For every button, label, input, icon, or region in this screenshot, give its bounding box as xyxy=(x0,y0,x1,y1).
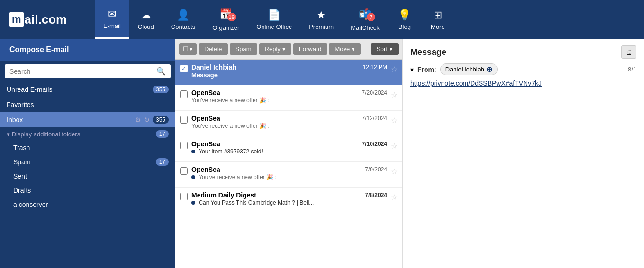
email-date-2: 7/20/2024 xyxy=(362,89,387,96)
unread-dot-4 xyxy=(191,150,195,153)
star-icon-4[interactable]: ☆ xyxy=(391,142,398,151)
star-icon-6[interactable]: ☆ xyxy=(391,193,398,202)
select-checkbox-button[interactable]: ☐ ▾ xyxy=(179,43,197,55)
nav-label-organizer: Organizer xyxy=(212,24,239,31)
email-checkbox-1[interactable]: ✓ xyxy=(180,65,188,72)
spam-label: Spam xyxy=(13,158,31,166)
message-title: Message xyxy=(410,47,446,57)
sidebar-item-sent[interactable]: Sent xyxy=(0,169,175,183)
search-icon[interactable]: 🔍 xyxy=(156,67,166,76)
sent-label: Sent xyxy=(13,172,27,180)
nav-item-more[interactable]: ⊞ More xyxy=(421,0,454,39)
sort-label: Sort xyxy=(376,45,388,53)
message-header: Message 🖨 xyxy=(410,45,636,59)
email-row-3[interactable]: OpenSea 7/12/2024 You've receive a new o… xyxy=(175,111,402,136)
select-chevron-icon: ▾ xyxy=(190,45,193,53)
nav-item-organizer[interactable]: 📅 19 Organizer xyxy=(204,0,248,39)
sidebar-additional-folders[interactable]: ▾ Display additional folders 17 xyxy=(0,127,175,141)
email-preview-3: You've receive a new offer 🎉 : xyxy=(191,123,387,129)
email-body-5: OpenSea 7/9/2024 You've receive a new of… xyxy=(191,166,387,180)
add-contact-icon[interactable]: ⊕ xyxy=(486,65,492,74)
message-link[interactable]: https://privnote.com/DdSSBPwX#afTVNv7kJ xyxy=(410,80,542,87)
refresh-icon[interactable]: ↻ xyxy=(144,116,150,124)
sidebar-item-favorites[interactable]: Favorites xyxy=(0,97,175,112)
sidebar-item-spam[interactable]: Spam 17 xyxy=(0,155,175,169)
search-input[interactable] xyxy=(9,68,154,75)
email-row-4[interactable]: OpenSea 7/10/2024 Your item #3979372 sol… xyxy=(175,136,402,162)
sidebar-item-drafts[interactable]: Drafts xyxy=(0,183,175,197)
star-icon-5[interactable]: ☆ xyxy=(391,167,398,176)
nav-label-premium: Premium xyxy=(309,23,334,30)
sidebar-item-unread-label: Unread E-mails xyxy=(7,86,52,93)
email-checkbox-3[interactable] xyxy=(180,116,188,124)
email-row-6[interactable]: Medium Daily Digest 7/8/2024 Can You Pas… xyxy=(175,188,402,213)
email-from-2: OpenSea xyxy=(191,89,220,97)
spam-button[interactable]: Spam xyxy=(230,43,257,55)
nav-item-email[interactable]: ✉ E-mail xyxy=(95,0,129,39)
email-toolbar: ☐ ▾ Delete Spam Reply ▾ Forward Move ▾ S… xyxy=(175,39,402,60)
nav-item-contacts[interactable]: 👤 Contacts xyxy=(163,0,204,39)
online-office-icon: 📄 xyxy=(268,9,281,21)
sidebar-item-unread[interactable]: Unread E-mails 355 xyxy=(0,82,175,97)
premium-icon: ★ xyxy=(317,9,326,21)
logo-rest: ail.com xyxy=(25,12,67,27)
nav-item-mailcheck[interactable]: 📬 7 MailCheck xyxy=(342,0,388,39)
email-date-3: 7/12/2024 xyxy=(362,115,387,122)
sort-button[interactable]: Sort ▾ xyxy=(371,43,399,55)
logo: mail.com xyxy=(9,12,67,27)
sidebar-item-trash[interactable]: Trash xyxy=(0,141,175,155)
inbox-badge: 355 xyxy=(153,116,169,124)
settings-icon[interactable]: ⚙ xyxy=(135,116,141,124)
nav-item-premium[interactable]: ★ Premium xyxy=(300,0,342,39)
a-conserver-label: a conserver xyxy=(13,201,48,208)
blog-icon: 💡 xyxy=(398,9,411,21)
contacts-icon: 👤 xyxy=(177,9,190,21)
star-icon-2[interactable]: ☆ xyxy=(391,90,398,99)
sort-chevron-icon: ▾ xyxy=(390,45,393,53)
star-icon-3[interactable]: ☆ xyxy=(391,116,398,125)
print-button[interactable]: 🖨 xyxy=(621,45,636,59)
sidebar-item-a-conserver[interactable]: a conserver xyxy=(0,197,175,212)
email-checkbox-2[interactable] xyxy=(180,90,188,98)
spam-badge: 17 xyxy=(156,158,169,166)
reply-button[interactable]: Reply ▾ xyxy=(259,43,291,55)
email-checkbox-5[interactable] xyxy=(180,167,188,175)
unread-dot-5 xyxy=(191,175,195,179)
compose-button[interactable]: Compose E-mail xyxy=(0,39,175,61)
reply-label: Reply xyxy=(265,45,281,53)
additional-folders-badge: 17 xyxy=(156,130,169,138)
email-list-container: ☐ ▾ Delete Spam Reply ▾ Forward Move ▾ S… xyxy=(175,39,403,268)
move-label: Move xyxy=(335,45,350,53)
email-row-5[interactable]: OpenSea 7/9/2024 You've receive a new of… xyxy=(175,162,402,188)
sidebar-item-favorites-label: Favorites xyxy=(7,101,34,108)
move-button[interactable]: Move ▾ xyxy=(329,43,361,55)
email-body-1: Daniel Ichbiah 12:12 PM Message xyxy=(191,63,387,79)
email-preview-4: Your item #3979372 sold! xyxy=(191,148,387,155)
move-chevron-icon: ▾ xyxy=(352,45,355,53)
more-icon: ⊞ xyxy=(434,9,442,21)
email-from-5: OpenSea xyxy=(191,166,220,173)
email-from-4: OpenSea xyxy=(191,140,220,148)
nav-label-cloud: Cloud xyxy=(138,23,154,30)
email-date-5: 7/9/2024 xyxy=(365,166,387,173)
email-preview-6: Can You Pass This Cambridge Math ? | Bel… xyxy=(191,199,387,206)
nav-label-contacts: Contacts xyxy=(171,23,195,30)
nav-item-blog[interactable]: 💡 Blog xyxy=(388,0,421,39)
main-container: Compose E-mail 🔍 Unread E-mails 355 Favo… xyxy=(0,39,644,268)
email-row-2[interactable]: OpenSea 7/20/2024 You've receive a new o… xyxy=(175,85,402,111)
nav-label-mailcheck: MailCheck xyxy=(351,24,380,31)
delete-button[interactable]: Delete xyxy=(199,43,228,55)
email-row-1[interactable]: ✓ Daniel Ichbiah 12:12 PM Message ☆ xyxy=(175,60,402,85)
email-body-2: OpenSea 7/20/2024 You've receive a new o… xyxy=(191,89,387,104)
email-checkbox-6[interactable] xyxy=(180,193,188,200)
forward-button[interactable]: Forward xyxy=(293,43,327,55)
star-icon-1[interactable]: ☆ xyxy=(391,65,398,74)
sidebar-item-inbox[interactable]: Inbox ⚙ ↻ 355 xyxy=(0,112,175,127)
email-subject-1: Message xyxy=(191,71,387,79)
organizer-badge: 19 xyxy=(227,13,236,21)
email-from-6: Medium Daily Digest xyxy=(191,191,256,199)
nav-item-online-office[interactable]: 📄 Online Office xyxy=(248,0,300,39)
nav-item-cloud[interactable]: ☁ Cloud xyxy=(129,0,163,39)
nav-label-more: More xyxy=(431,23,445,30)
email-checkbox-4[interactable] xyxy=(180,142,188,149)
